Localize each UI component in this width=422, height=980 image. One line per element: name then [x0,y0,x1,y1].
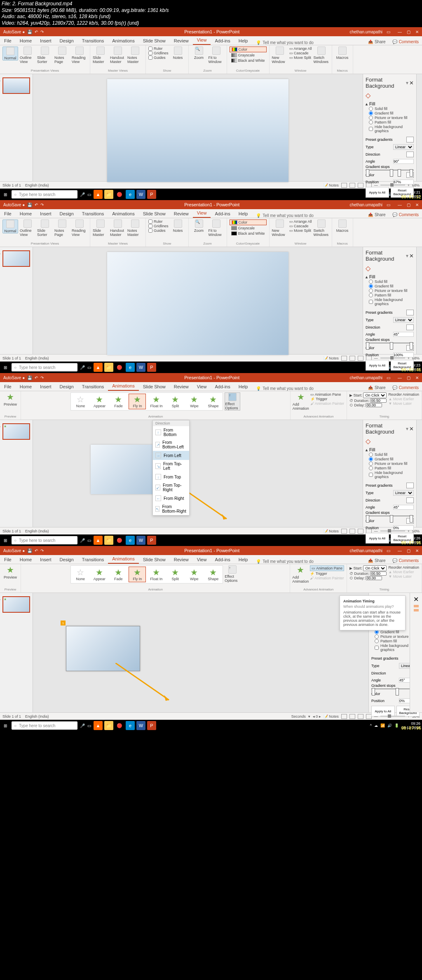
edge-icon[interactable]: e [126,536,135,545]
pane-dropdown-icon[interactable]: ▼ [405,254,409,258]
normal-view-button[interactable]: Normal [2,219,18,233]
reading-view-button[interactable]: Reading View [72,219,87,237]
tell-me-search[interactable]: 💡 Tell me what you want to do [252,213,365,218]
tab-insert[interactable]: Insert [36,383,56,391]
tab-slideshow[interactable]: Slide Show [139,210,170,218]
reading-view-icon[interactable] [358,356,363,361]
slide-counter[interactable]: Slide 1 of 1 [2,529,21,533]
anim-shape[interactable]: ★Shape [204,394,222,409]
clock-time[interactable]: 09:26 [401,721,420,726]
task-view-icon[interactable]: ▭ [87,365,91,370]
minimize-button[interactable]: — [398,203,402,207]
tab-addins[interactable]: Add-ins [211,555,234,564]
animation-pane-button[interactable]: ▭ Animation Pane [310,565,344,571]
redo-icon[interactable]: ↷ [40,548,44,553]
preview-button[interactable]: ★Preview [2,392,18,406]
vertical-scrollbar[interactable] [416,420,422,527]
chrome-icon[interactable]: 🔴 [115,363,124,372]
reading-view-icon[interactable] [358,714,363,719]
ruler-checkbox[interactable]: Ruler [148,47,169,51]
close-button[interactable]: ✕ [415,376,419,380]
taskbar-search[interactable]: ○ Type here to search [12,721,77,730]
fit-to-window-button[interactable]: Fit to Window [209,47,224,64]
share-button[interactable]: 📤 Share [365,558,389,564]
undo-icon[interactable]: ↶ [35,548,38,553]
tab-review[interactable]: Review [170,383,193,391]
tab-transitions[interactable]: Transitions [78,383,108,391]
tab-transitions[interactable]: Transitions [78,555,108,564]
word-icon[interactable]: W [136,363,145,372]
edge-icon[interactable]: e [126,721,135,730]
start-field[interactable]: ▶ Start: On Click [349,565,387,571]
pane-close-icon[interactable]: ✕ [409,253,414,259]
cascade-button[interactable]: ▭ Cascade [289,224,312,228]
type-select[interactable]: Linear [393,144,414,150]
notes-master-button[interactable]: Notes Master [127,219,143,237]
tab-view[interactable]: View [193,383,211,391]
notes-button[interactable]: Notes [170,47,186,60]
menu-item-from-bottom[interactable]: ↑From Bottom [153,426,189,439]
gridlines-checkbox[interactable]: Gridlines [148,224,169,228]
switch-windows-button[interactable]: Switch Windows [314,47,329,64]
explorer-icon[interactable]: 📁 [104,363,113,372]
anim-wipe[interactable]: ★Wipe [185,394,203,409]
anim-split[interactable]: ★Split [166,394,184,409]
tab-help[interactable]: Help [234,37,252,45]
close-button[interactable]: ✕ [415,203,419,207]
comments-button[interactable]: 💬 Comments [389,385,422,391]
cortana-icon[interactable]: 🎤 [80,538,85,543]
anim-float-in[interactable]: ★Float In [148,394,165,409]
anim-fade[interactable]: ★Fade [110,394,127,409]
slide-canvas[interactable] [33,247,363,354]
tab-file[interactable]: File [0,37,16,45]
tab-design[interactable]: Design [56,555,78,564]
slide-thumbnail-1[interactable] [2,250,30,267]
trigger-button[interactable]: ⚡ Trigger [310,397,344,401]
hide-graphics-checkbox[interactable]: Hide background graphics [369,471,414,479]
anim-wipe[interactable]: ★Wipe [185,567,203,582]
tab-design[interactable]: Design [56,210,78,218]
tab-help[interactable]: Help [234,210,252,218]
effect-options-button[interactable]: ↑Effect Options [225,392,240,411]
anim-fly-in[interactable]: ★Fly In [129,394,146,409]
slide-counter[interactable]: Slide 1 of 1 [2,183,21,187]
tab-help[interactable]: Help [234,555,252,564]
pane-close-icon[interactable]: ✕ [409,80,414,86]
position-input[interactable] [393,525,414,530]
share-button[interactable]: 📤 Share [365,39,389,45]
explorer-icon[interactable]: 📁 [104,190,113,199]
slide-thumbnails-panel[interactable]: 1★ [0,420,33,527]
undo-icon[interactable]: ↶ [35,30,38,34]
username[interactable]: chethan.umapathi [349,30,382,34]
macros-button[interactable]: Macros [335,47,350,60]
tab-slideshow[interactable]: Slide Show [139,37,170,45]
tell-me-search[interactable]: 💡 Tell me what you want to do [252,386,365,391]
move-later-button[interactable]: ▼ Move Later [388,574,419,579]
minimize-button[interactable]: — [398,548,402,553]
tab-home[interactable]: Home [16,37,36,45]
zoom-slider[interactable] [380,357,405,359]
word-icon[interactable]: W [136,721,145,730]
chrome-icon[interactable]: 🔴 [115,536,124,545]
gradient-stops-slider[interactable] [366,516,414,516]
position-input[interactable] [393,180,414,184]
tab-insert[interactable]: Insert [36,210,56,218]
preset-gradients-button[interactable] [406,483,414,488]
handout-master-button[interactable]: Handout Master [110,219,126,237]
gridlines-checkbox[interactable]: Gridlines [148,51,169,55]
picture-fill-radio[interactable]: Picture or texture fill [369,289,414,293]
cascade-button[interactable]: ▭ Cascade [289,51,312,55]
powerpoint-icon[interactable]: P [147,536,156,545]
pattern-fill-radio[interactable]: Pattern fill [369,293,414,297]
macros-button[interactable]: Macros [335,219,350,233]
anim-fade[interactable]: ★Fade [110,567,127,582]
direction-button[interactable] [406,497,414,503]
slide-counter[interactable]: Slide 1 of 1 [2,356,21,360]
anim-fly-in[interactable]: ★Fly In [129,567,146,582]
anim-shape[interactable]: ★Shape [204,567,222,582]
trigger-button[interactable]: ⚡ Trigger [310,572,344,576]
pane-dropdown-icon[interactable]: ▼ [405,427,409,431]
slide-thumbnails-panel[interactable]: 1 [0,74,33,181]
cortana-icon[interactable]: 🎤 [80,723,85,728]
notes-page-button[interactable]: Notes Page [54,47,70,64]
